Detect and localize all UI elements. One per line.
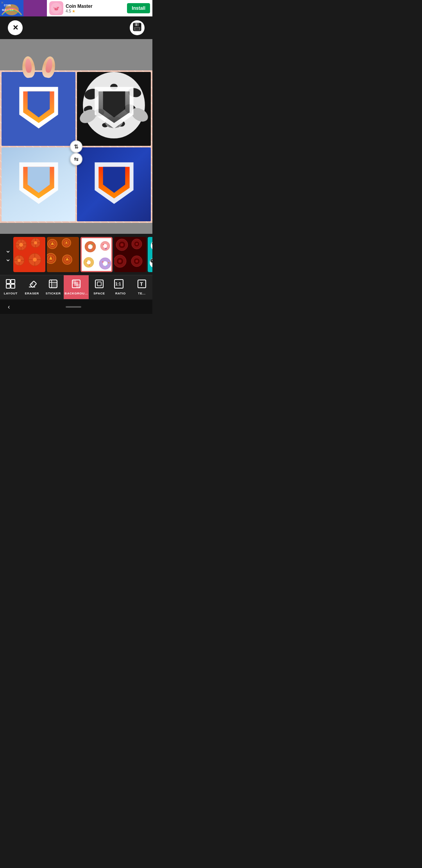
svg-point-108: [118, 260, 122, 263]
svg-rect-88: [103, 244, 104, 245]
svg-text:COIN: COIN: [4, 4, 11, 7]
nav-pill: [66, 306, 81, 308]
space-icon: [95, 279, 104, 291]
tab-ratio[interactable]: 1:1 RATIO: [110, 275, 131, 299]
svg-rect-20: [135, 28, 139, 30]
svg-rect-151: [52, 283, 57, 288]
svg-rect-155: [76, 284, 80, 288]
collage-cell-2: [77, 72, 151, 146]
layout-icon: [6, 279, 15, 291]
bunny-ears: [15, 56, 62, 78]
collage-cell-3: [2, 147, 75, 221]
svg-point-9: [54, 8, 58, 11]
tab-layout-label: LAYOUT: [4, 292, 18, 295]
svg-rect-145: [30, 281, 36, 288]
tab-text[interactable]: T TE...: [131, 275, 152, 299]
svg-point-66: [33, 258, 37, 262]
tab-sticker-label: STICKER: [46, 292, 61, 295]
strip-toggle-button[interactable]: ⌄⌄: [2, 249, 13, 260]
ad-banner: COIN MASTER Coin Master 4.5: [0, 0, 152, 16]
svg-text:T: T: [140, 281, 143, 287]
close-button[interactable]: ✕: [8, 20, 23, 35]
eraser-icon: [27, 279, 37, 291]
ad-star-icon: ★: [72, 9, 75, 13]
svg-text:1:1: 1:1: [115, 282, 121, 286]
tab-text-label: TE...: [138, 292, 145, 295]
pattern-item-donuts[interactable]: [80, 237, 113, 272]
svg-rect-142: [11, 280, 15, 283]
ad-rating: 4.5 ★: [66, 9, 127, 13]
ad-close-icon[interactable]: ✕: [1, 1, 4, 5]
pattern-item-arrows[interactable]: [47, 237, 79, 272]
background-icon: [72, 279, 81, 291]
badge-logo-3: [11, 157, 66, 212]
svg-point-15: [58, 9, 61, 12]
horizontal-drag-handle[interactable]: ⇆: [70, 153, 82, 165]
bottom-tabs: LAYOUT ERASER STICKER: [0, 275, 152, 299]
vertical-arrows-icon: ⇅: [74, 143, 79, 150]
svg-point-102: [120, 243, 123, 246]
toolbar: ✕: [0, 16, 152, 39]
svg-rect-143: [6, 284, 10, 288]
pattern-strip: ⌄⌄: [0, 234, 152, 275]
bunny-ear-inner-right: [45, 58, 53, 73]
tab-eraser[interactable]: ERASER: [21, 275, 42, 299]
badge-logo-4: [86, 157, 142, 212]
ad-text: Coin Master 4.5 ★: [66, 4, 127, 13]
pattern-item-panda[interactable]: [148, 237, 152, 272]
tab-background[interactable]: BACKGROU...: [64, 275, 88, 299]
ad-install-button[interactable]: Install: [127, 3, 150, 13]
svg-rect-156: [95, 280, 103, 288]
svg-point-91: [87, 260, 91, 264]
badge-logo-2: [86, 81, 142, 137]
bunny-ear-right: [41, 56, 57, 79]
svg-rect-154: [72, 280, 76, 284]
tab-background-label: BACKGROU...: [64, 292, 88, 295]
save-icon: [133, 23, 141, 33]
svg-point-11: [57, 9, 57, 9]
ad-icon: [49, 1, 63, 15]
vertical-drag-handle[interactable]: ⇅: [70, 140, 82, 153]
tab-eraser-label: ERASER: [25, 292, 39, 295]
tab-space[interactable]: SPACE: [89, 275, 110, 299]
collage-wrapper: ⇅: [0, 70, 152, 223]
svg-rect-3: [23, 0, 47, 16]
pattern-items-list: [13, 237, 152, 272]
text-icon: T: [137, 279, 147, 291]
ad-rating-value: 4.5: [66, 9, 71, 13]
back-button[interactable]: ‹: [8, 303, 10, 310]
tab-layout[interactable]: LAYOUT: [0, 275, 21, 299]
svg-point-62: [18, 259, 21, 262]
bunny-ear-inner-left: [25, 58, 32, 73]
svg-rect-141: [6, 280, 10, 283]
svg-rect-18: [136, 23, 137, 26]
nav-bar: ‹: [0, 300, 152, 314]
badge-logo-1: [11, 81, 66, 137]
svg-rect-112: [148, 237, 152, 272]
collage-grid: ⇅: [0, 70, 152, 223]
ad-title: Coin Master: [66, 4, 127, 9]
bottom-panel: ⌄⌄: [0, 234, 152, 300]
ratio-icon: 1:1: [114, 279, 127, 291]
tab-space-label: SPACE: [93, 292, 105, 295]
svg-point-10: [55, 9, 56, 9]
svg-point-58: [34, 241, 37, 244]
close-icon: ✕: [13, 23, 18, 32]
tab-sticker[interactable]: STICKER: [43, 275, 64, 299]
canvas-bottom-spacer: [0, 223, 152, 234]
ad-game-image: COIN MASTER: [0, 0, 47, 16]
tab-ratio-label: RATIO: [115, 292, 126, 295]
pattern-item-citrus[interactable]: [13, 237, 45, 272]
svg-point-105: [136, 243, 138, 245]
svg-point-54: [19, 243, 23, 247]
svg-rect-144: [11, 284, 15, 288]
pattern-item-red-circles[interactable]: [114, 237, 146, 272]
svg-point-111: [136, 260, 138, 262]
save-button[interactable]: [130, 20, 145, 35]
sticker-icon: [48, 279, 58, 291]
collage-cell-4: [77, 147, 151, 221]
collage-cell-1: [2, 72, 75, 146]
ad-game-image-inner: COIN MASTER: [0, 0, 47, 16]
horizontal-arrows-icon: ⇆: [74, 156, 79, 162]
bunny-ear-left: [21, 56, 36, 79]
